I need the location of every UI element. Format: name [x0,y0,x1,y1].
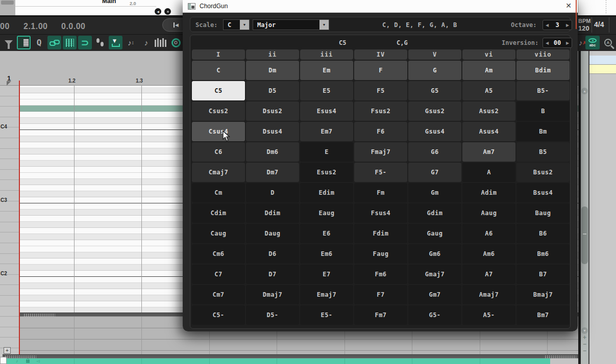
chord-button-Gmaj7[interactable]: Gmaj7 [408,265,461,284]
window-titlebar[interactable]: ChordGun ✕ [183,0,578,13]
chord-button-E5[interactable]: E5 [300,81,353,100]
chord-button-C7[interactable]: C7 [192,265,245,284]
chord-button-E5-[interactable]: E5- [300,305,353,325]
chord-button-Gm[interactable]: Gm [408,183,461,202]
inversion-spinner[interactable]: ◀ 00 ▶ [543,38,572,48]
chord-button-Gsus4[interactable]: Gsus4 [408,122,461,141]
chord-button-E6[interactable]: E6 [300,224,353,243]
grid-snap-button[interactable] [63,36,77,49]
chord-button-Fsus4[interactable]: Fsus4 [354,203,407,223]
chord-button-Bm6[interactable]: Bm6 [516,244,570,264]
zoom-to-content-button[interactable]: A [601,36,615,49]
chord-button-Dm6[interactable]: Dm6 [246,142,299,162]
chord-button-E[interactable]: E [300,142,353,162]
chord-button-Adim[interactable]: Adim [462,183,515,202]
filter-button[interactable] [2,36,15,49]
chord-button-Asus2[interactable]: Asus2 [462,101,515,121]
chord-button-G6[interactable]: G6 [408,142,461,162]
chord-button-C6[interactable]: C6 [192,142,245,162]
chord-button-Cdim[interactable]: Cdim [192,203,245,223]
chord-button-C5[interactable]: C5 [192,81,245,100]
note-insert-button[interactable]: ▼ [109,36,122,49]
chord-button-C[interactable]: C [192,61,245,80]
scale-root-dropdown[interactable]: C ▼ [223,19,250,30]
track-row[interactable]: ▶ [589,65,616,74]
scroll-down-button[interactable]: ▼ [581,327,588,334]
chord-button-B6[interactable]: B6 [516,224,570,243]
chord-button-Am6[interactable]: Am6 [462,244,515,264]
time-signature[interactable]: 4/4 [594,20,604,29]
chord-button-Daug[interactable]: Daug [246,224,299,243]
note-transpose-button[interactable]: ♪↕ [124,36,138,49]
chord-button-Aaug[interactable]: Aaug [462,203,515,223]
chord-button-Cmaj7[interactable]: Cmaj7 [192,163,245,182]
item-loop-button[interactable]: ◀ [155,8,161,15]
chord-button-Amaj7[interactable]: Amaj7 [462,285,515,304]
chord-button-D5-[interactable]: D5- [246,305,299,325]
chord-button-E7[interactable]: E7 [300,265,353,284]
chord-button-Dm[interactable]: Dm [246,61,299,80]
chord-button-Em7[interactable]: Em7 [300,122,353,141]
chord-button-Cm6[interactable]: Cm6 [192,244,245,264]
note-button[interactable]: ♪ [139,36,153,49]
magnet-snap-button[interactable]: ⊃ [78,36,92,49]
edit-cursor[interactable] [19,81,20,354]
chord-button-Bdim[interactable]: Bdim [516,61,570,80]
chord-button-Fm7[interactable]: Fm7 [354,305,407,325]
chord-button-Faug[interactable]: Faug [354,244,407,264]
chord-button-A6[interactable]: A6 [462,224,515,243]
chord-button-Gm6[interactable]: Gm6 [408,244,461,264]
decrement-arrow-icon[interactable]: ◀ [543,23,551,28]
chord-button-B5[interactable]: B5 [516,142,570,162]
chord-button-Esus4[interactable]: Esus4 [300,101,353,121]
step-input-button[interactable] [93,36,107,49]
chord-button-Gaug[interactable]: Gaug [408,224,461,243]
chord-button-Fmaj7[interactable]: Fmaj7 [354,142,407,162]
chord-button-Cm7[interactable]: Cm7 [192,285,245,304]
increment-arrow-icon[interactable]: ▶ [563,41,572,45]
chord-button-F[interactable]: F [354,61,407,80]
chord-button-D6[interactable]: D6 [246,244,299,264]
chord-button-Em[interactable]: Em [300,61,353,80]
vertical-scrollbar-thumb[interactable] [581,206,588,264]
chord-button-Fdim[interactable]: Fdim [354,224,407,243]
chord-button-Gsus2[interactable]: Gsus2 [408,101,461,121]
lane-divider[interactable] [3,354,578,358]
zoom-reset-button[interactable]: − [581,348,588,354]
chord-button-C5-[interactable]: C5- [192,305,245,325]
bpm-value[interactable]: 120 [578,24,589,32]
chord-button-Emaj7[interactable]: Emaj7 [300,285,353,304]
chord-button-Dsus2[interactable]: Dsus2 [246,101,299,121]
chord-button-A[interactable]: A [462,163,515,182]
chord-button-Am7[interactable]: Am7 [462,142,515,162]
dock-toggle-button[interactable] [17,36,31,49]
add-cc-lane-button[interactable]: + [4,347,11,354]
track-row[interactable]: ▶ [589,56,616,65]
chord-button-Dsus4[interactable]: Dsus4 [246,122,299,141]
chord-button-A5[interactable]: A5 [462,81,515,100]
chord-button-G7[interactable]: G7 [408,163,461,182]
chord-button-Dmaj7[interactable]: Dmaj7 [246,285,299,304]
chord-button-Bmaj7[interactable]: Bmaj7 [516,285,570,304]
note-names-toggle-button[interactable]: abc [585,36,600,49]
chord-button-Cm[interactable]: Cm [192,183,245,202]
link-button[interactable] [47,36,61,49]
chord-button-Bsus4[interactable]: Bsus4 [516,183,570,202]
chord-button-A5-[interactable]: A5- [462,305,515,325]
chord-button-B5-[interactable]: B5- [516,81,570,100]
chord-button-F7[interactable]: F7 [354,285,407,304]
chord-button-F6[interactable]: F6 [354,122,407,141]
quantize-button[interactable]: Q [32,36,46,49]
chevron-down-icon[interactable]: ▼ [240,20,249,30]
chord-button-Asus4[interactable]: Asus4 [462,122,515,141]
chord-button-Edim[interactable]: Edim [300,183,353,202]
piano-display-button[interactable] [154,36,167,49]
chord-button-G[interactable]: G [408,61,461,80]
chord-button-Dm7[interactable]: Dm7 [246,163,299,182]
chord-button-Am[interactable]: Am [462,61,515,80]
item-mute-button[interactable] [164,8,171,15]
scale-type-dropdown[interactable]: Major ▼ [253,19,329,30]
horizontal-scrollbar-nub[interactable] [1,1,14,5]
chord-button-Csus4[interactable]: Csus4 [192,122,245,141]
chord-button-G5[interactable]: G5 [408,81,461,100]
